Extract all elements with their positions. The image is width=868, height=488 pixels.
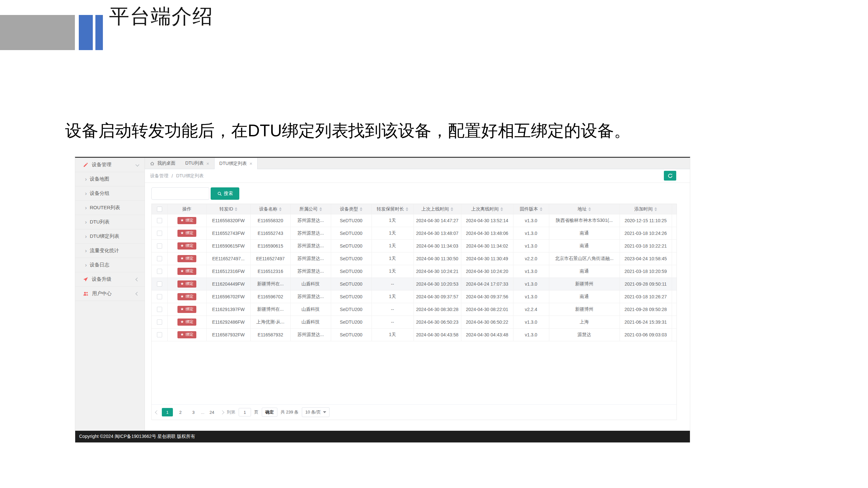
- bind-button-label: 绑定: [186, 269, 193, 273]
- cell-added: 2021-03-18 10:22:21: [620, 240, 672, 253]
- row-checkbox[interactable]: [157, 218, 162, 223]
- bind-button[interactable]: ★绑定: [178, 242, 196, 249]
- cell-added: 2021-03-18 10:26:27: [620, 291, 672, 303]
- sort-icon[interactable]: [451, 207, 453, 211]
- sidebar-item-设备地图[interactable]: ›设备地图: [75, 172, 145, 187]
- cell-retention: 1天: [371, 329, 413, 341]
- sidebar-item-流量变化统计[interactable]: ›流量变化统计: [75, 244, 145, 258]
- sidebar-item-设备升级[interactable]: 设备升级: [75, 272, 145, 287]
- cell-name: 新疆博州在...: [250, 303, 290, 316]
- column-header-added[interactable]: 添加时间: [620, 204, 672, 215]
- column-header-retention[interactable]: 转发保留时长: [371, 204, 413, 215]
- column-header-name[interactable]: 设备名称: [250, 204, 290, 215]
- sort-icon[interactable]: [319, 207, 322, 211]
- row-checkbox[interactable]: [157, 307, 162, 312]
- row-operation-cell: ★绑定: [167, 265, 207, 278]
- bind-button[interactable]: ★绑定: [178, 281, 196, 287]
- close-icon[interactable]: ×: [249, 161, 252, 166]
- row-checkbox[interactable]: [157, 231, 162, 236]
- sidebar-item-设备分组[interactable]: ›设备分组: [75, 187, 145, 201]
- previous-page-button[interactable]: [155, 410, 159, 415]
- sidebar-item-DTU绑定列表[interactable]: ›DTU绑定列表: [75, 229, 145, 244]
- row-checkbox-cell: [152, 303, 167, 316]
- sort-icon[interactable]: [279, 207, 282, 211]
- sort-icon[interactable]: [360, 207, 362, 211]
- bind-button[interactable]: ★绑定: [178, 331, 196, 338]
- page-number-1[interactable]: 1: [162, 408, 173, 416]
- column-header-label: 上次上线时间: [422, 206, 449, 212]
- cell-forward_id: EE116527497...: [207, 253, 250, 265]
- row-checkbox[interactable]: [157, 269, 162, 274]
- refresh-button[interactable]: [664, 171, 676, 181]
- column-header-offline[interactable]: 上次离线时间: [461, 204, 513, 215]
- next-page-button[interactable]: [220, 410, 224, 415]
- search-button[interactable]: 搜索: [211, 187, 239, 200]
- page-size-select[interactable]: 10 条/页: [302, 407, 330, 417]
- sidebar-item-ROUTER列表[interactable]: ›ROUTER列表: [75, 201, 145, 215]
- cell-company: 苏州源慧达...: [290, 240, 331, 253]
- tab-DTU绑定列表[interactable]: DTU绑定列表×: [214, 158, 258, 169]
- row-checkbox[interactable]: [157, 243, 162, 249]
- confirm-button[interactable]: 确定: [262, 408, 277, 417]
- row-checkbox[interactable]: [157, 294, 162, 299]
- sort-icon[interactable]: [500, 207, 503, 211]
- slide-description: 设备启动转发功能后，在DTU绑定列表找到该设备，配置好相互绑定的设备。: [65, 120, 631, 142]
- sidebar-item-设备管理[interactable]: 设备管理: [75, 158, 145, 172]
- page-number-3[interactable]: 3: [188, 408, 199, 416]
- tab-bar: 我的桌面DTU列表×DTU绑定列表×: [145, 158, 690, 169]
- tab-DTU列表[interactable]: DTU列表×: [180, 158, 214, 169]
- page-number-24[interactable]: 24: [207, 408, 217, 416]
- column-header-op[interactable]: 操作: [167, 204, 207, 215]
- sort-icon[interactable]: [540, 207, 542, 211]
- bind-button[interactable]: ★绑定: [178, 268, 196, 274]
- breadcrumb-item-device-management[interactable]: 设备管理: [150, 173, 168, 179]
- column-header-fw[interactable]: 固件版本: [513, 204, 549, 215]
- sort-icon[interactable]: [588, 207, 591, 211]
- sidebar-item-设备日志[interactable]: ›设备日志: [75, 258, 145, 272]
- bind-button[interactable]: ★绑定: [178, 255, 196, 262]
- bind-button[interactable]: ★绑定: [178, 306, 196, 313]
- column-header-label: 操作: [182, 206, 191, 212]
- tab-label: DTU列表: [185, 160, 204, 166]
- row-checkbox[interactable]: [157, 282, 162, 287]
- chevron-right-icon: ›: [85, 219, 87, 225]
- sort-desc-caret: [588, 209, 591, 211]
- bind-button[interactable]: ★绑定: [178, 230, 196, 236]
- column-header-online[interactable]: 上次上线时间: [413, 204, 461, 215]
- select-all-checkbox[interactable]: [157, 206, 162, 212]
- search-input[interactable]: [151, 187, 209, 200]
- row-checkbox[interactable]: [157, 256, 162, 261]
- bind-button[interactable]: ★绑定: [178, 319, 196, 325]
- tab-我的桌面[interactable]: 我的桌面: [145, 158, 180, 169]
- column-header-type[interactable]: 设备类型: [331, 204, 371, 215]
- cell-forward_id: E116292486FW: [207, 316, 250, 329]
- sort-icon[interactable]: [235, 207, 237, 211]
- sort-icon[interactable]: [406, 207, 408, 211]
- column-header-addr[interactable]: 地址: [549, 204, 620, 215]
- column-header-label: 上次离线时间: [471, 206, 499, 212]
- sort-icon[interactable]: [654, 207, 657, 211]
- sidebar-item-DTU列表[interactable]: ›DTU列表: [75, 215, 145, 229]
- row-checkbox[interactable]: [157, 320, 162, 325]
- column-header-inner: 操作: [182, 206, 191, 212]
- sidebar-item-用户中心[interactable]: 用户中心: [75, 287, 145, 301]
- column-header-forward_id[interactable]: 转发ID: [207, 204, 250, 215]
- close-icon[interactable]: ×: [207, 161, 209, 166]
- bind-button[interactable]: ★绑定: [178, 217, 196, 224]
- pagination-bar: 123...24 到第 页 确定 共 239 条 10 条/页: [152, 404, 677, 420]
- bind-button-label: 绑定: [186, 256, 193, 261]
- goto-page-input[interactable]: [239, 408, 251, 416]
- cell-forward_id: E116596702FW: [207, 291, 250, 303]
- cell-fw: v1.3.0: [513, 227, 549, 240]
- column-header-company[interactable]: 所属公司: [290, 204, 331, 215]
- cell-type: SeDTU200: [331, 278, 371, 291]
- sidebar-item-label: 用户中心: [92, 291, 112, 297]
- row-filler-cell: [672, 215, 677, 227]
- users-icon: [83, 291, 89, 296]
- page-number-2[interactable]: 2: [175, 408, 186, 416]
- star-icon: ★: [180, 282, 184, 286]
- cell-company: 山盾科技: [290, 303, 331, 316]
- bind-button[interactable]: ★绑定: [178, 293, 196, 300]
- cell-addr: 南通: [549, 240, 620, 253]
- row-checkbox[interactable]: [157, 332, 162, 337]
